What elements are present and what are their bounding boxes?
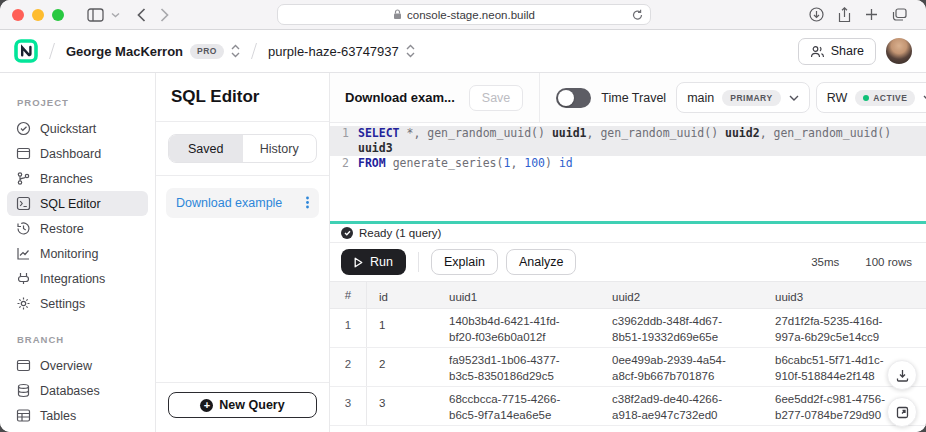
sidebar-item-sql-editor[interactable]: SQL Editor bbox=[7, 191, 148, 216]
table-row[interactable]: 11140b3b4d-6421-41fd-bf20-f03e6b0a012fc3… bbox=[330, 309, 926, 348]
url-text: console-stage.neon.build bbox=[407, 9, 535, 21]
sidebar-item-dashboard[interactable]: Dashboard bbox=[7, 141, 148, 166]
traffic-lights bbox=[12, 9, 64, 21]
app-header: George MacKerron PRO purple-haze-6374793… bbox=[0, 30, 926, 73]
compute-dropdown[interactable]: RW ACTIVE bbox=[816, 82, 926, 113]
sidebar-item-restore[interactable]: Restore bbox=[7, 216, 148, 241]
save-button[interactable]: Save bbox=[469, 85, 524, 111]
user-avatar[interactable] bbox=[886, 38, 912, 64]
column-header[interactable]: uuid2 bbox=[600, 282, 763, 308]
sidebar-item-overview[interactable]: Overview bbox=[7, 353, 148, 378]
table-row[interactable]: 22fa9523d1-1b06-4377-b3c5-8350186d29c50e… bbox=[330, 348, 926, 387]
database-icon bbox=[16, 383, 31, 398]
sidebar-toggle-icon[interactable] bbox=[87, 8, 104, 22]
divider bbox=[418, 252, 419, 272]
selector-chevrons-icon bbox=[231, 44, 240, 58]
column-header[interactable]: uuid3 bbox=[763, 282, 926, 308]
sidebar-item-tables[interactable]: Tables bbox=[7, 403, 148, 428]
column-header[interactable]: uuid1 bbox=[437, 282, 600, 308]
new-tab-icon[interactable] bbox=[865, 8, 878, 21]
check-circle-icon bbox=[16, 121, 31, 136]
editor-panel: Download exam... Save Time Travel main P… bbox=[330, 73, 926, 432]
sidebar-item-label: Dashboard bbox=[40, 147, 101, 161]
neon-logo[interactable] bbox=[14, 39, 38, 63]
reload-icon[interactable] bbox=[632, 9, 643, 21]
line-number: 2 bbox=[330, 156, 358, 171]
analyze-button[interactable]: Analyze bbox=[506, 249, 576, 275]
table-row[interactable]: 3368ccbcca-7715-4266-b6c5-9f7a14ea6e5ec3… bbox=[330, 387, 926, 426]
sidebar-item-settings[interactable]: Settings bbox=[7, 291, 148, 316]
back-button[interactable] bbox=[137, 8, 146, 22]
table-cell: 1 bbox=[367, 309, 437, 347]
active-badge: ACTIVE bbox=[855, 90, 915, 106]
close-window-button[interactable] bbox=[12, 9, 24, 21]
time-travel-label: Time Travel bbox=[601, 91, 666, 105]
time-travel-toggle[interactable] bbox=[556, 88, 591, 108]
tab-overview-icon[interactable] bbox=[892, 8, 907, 21]
sidebar-item-label: Branches bbox=[40, 172, 93, 186]
code-line[interactable]: 2FROM generate_series(1, 100) id bbox=[330, 156, 926, 171]
share-page-icon[interactable] bbox=[838, 7, 851, 23]
run-button[interactable]: Run bbox=[341, 249, 406, 275]
browser-chrome: console-stage.neon.build bbox=[0, 0, 926, 30]
history-clock-icon bbox=[16, 221, 31, 236]
new-query-button[interactable]: + New Query bbox=[168, 392, 317, 418]
table-cell: 140b3b4d-6421-41fd-bf20-f03e6b0a012f bbox=[437, 309, 583, 347]
org-selector[interactable]: George MacKerron PRO bbox=[66, 44, 240, 59]
sql-code-editor[interactable]: 1SELECT *, gen_random_uuid() uuid1, gen_… bbox=[330, 123, 926, 221]
compute-name: RW bbox=[827, 91, 848, 105]
sidebar: PROJECT Quickstart Dashboard Branches SQ… bbox=[0, 73, 156, 432]
sidebar-item-partial[interactable] bbox=[7, 428, 148, 432]
table-cell: 3 bbox=[330, 387, 367, 425]
forward-button[interactable] bbox=[160, 8, 169, 22]
explain-button[interactable]: Explain bbox=[431, 249, 498, 275]
divider bbox=[539, 73, 540, 123]
table-cell: c3962ddb-348f-4d67-8b51-19332d69e65e bbox=[600, 309, 746, 347]
sidebar-section-branch: BRANCH bbox=[17, 334, 155, 345]
table-header: # id uuid1 uuid2 uuid3 bbox=[330, 281, 926, 309]
status-dot bbox=[863, 95, 869, 101]
editor-toolbar: Download exam... Save Time Travel main P… bbox=[330, 73, 926, 123]
saved-query-item[interactable]: Download example bbox=[166, 188, 319, 218]
table-icon bbox=[16, 408, 31, 423]
table-cell: 2 bbox=[330, 348, 367, 386]
address-bar[interactable]: console-stage.neon.build bbox=[277, 4, 651, 25]
status-bar: Ready (1 query) bbox=[330, 224, 926, 243]
code-line[interactable]: 1SELECT *, gen_random_uuid() uuid1, gen_… bbox=[330, 126, 926, 156]
expand-results-button[interactable] bbox=[887, 397, 917, 427]
sidebar-item-branches[interactable]: Branches bbox=[7, 166, 148, 191]
column-header[interactable]: id bbox=[367, 282, 437, 308]
chevron-down-icon[interactable] bbox=[111, 12, 120, 18]
primary-badge: PRIMARY bbox=[722, 90, 780, 106]
table-cell: 3 bbox=[367, 387, 437, 425]
zoom-window-button[interactable] bbox=[52, 9, 64, 21]
results-body: 11140b3b4d-6421-41fd-bf20-f03e6b0a012fc3… bbox=[330, 309, 926, 426]
people-icon bbox=[810, 45, 825, 58]
saved-query-label: Download example bbox=[176, 196, 282, 210]
downloads-icon[interactable] bbox=[809, 7, 824, 22]
branch-name: main bbox=[687, 91, 714, 105]
window-icon bbox=[16, 146, 31, 161]
saved-queries-list: Download example bbox=[156, 176, 329, 382]
sidebar-item-integrations[interactable]: Integrations bbox=[7, 266, 148, 291]
tab-saved[interactable]: Saved bbox=[169, 135, 243, 162]
minimize-window-button[interactable] bbox=[32, 9, 44, 21]
tab-history[interactable]: History bbox=[243, 135, 317, 162]
download-results-button[interactable] bbox=[887, 360, 917, 390]
actions-bar: Run Explain Analyze 35ms 100 rows bbox=[330, 243, 926, 281]
sidebar-item-monitoring[interactable]: Monitoring bbox=[7, 241, 148, 266]
column-header[interactable]: # bbox=[330, 282, 367, 308]
sidebar-item-label: Integrations bbox=[40, 272, 105, 286]
org-name: George MacKerron bbox=[66, 44, 183, 59]
sidebar-item-databases[interactable]: Databases bbox=[7, 378, 148, 403]
row-count: 100 rows bbox=[865, 256, 912, 268]
sidebar-item-label: Overview bbox=[40, 359, 92, 373]
project-selector[interactable]: purple-haze-63747937 bbox=[268, 44, 415, 59]
branch-dropdown[interactable]: main PRIMARY bbox=[676, 82, 809, 113]
table-cell: 2 bbox=[367, 348, 437, 386]
kebab-menu-icon[interactable] bbox=[306, 196, 309, 211]
share-button[interactable]: Share bbox=[798, 38, 876, 65]
lock-icon bbox=[393, 9, 402, 20]
sidebar-item-quickstart[interactable]: Quickstart bbox=[7, 116, 148, 141]
table-cell: 0ee499ab-2939-4a54-a8cf-9b667b701876 bbox=[600, 348, 746, 386]
